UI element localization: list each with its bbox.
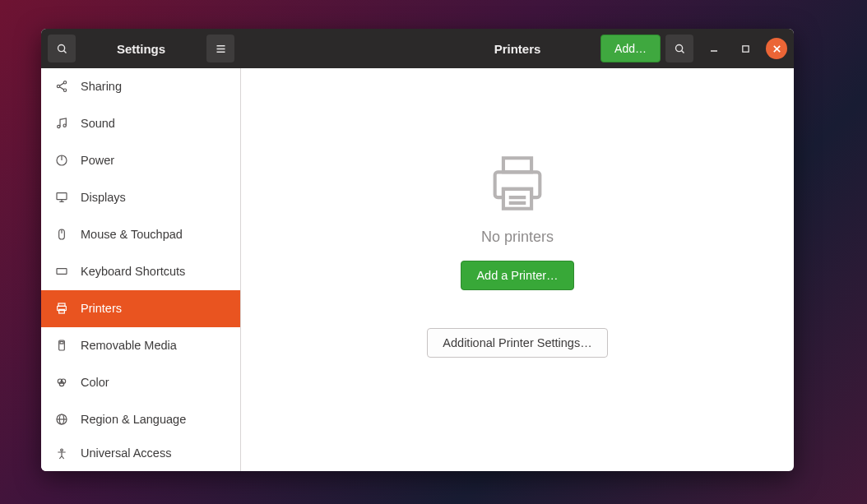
svg-point-12 xyxy=(57,85,59,87)
svg-point-17 xyxy=(63,124,66,127)
settings-window: Settings Printers Add… xyxy=(41,29,794,471)
search-icon xyxy=(56,43,68,55)
svg-point-11 xyxy=(63,81,66,84)
keyboard-icon xyxy=(54,264,69,279)
sidebar-item-label: Sound xyxy=(81,117,115,130)
svg-rect-8 xyxy=(742,45,748,51)
mouse-icon xyxy=(54,227,69,242)
titlebar: Settings Printers Add… xyxy=(41,29,794,68)
svg-point-13 xyxy=(63,89,66,91)
close-button[interactable] xyxy=(766,38,787,59)
hamburger-icon xyxy=(215,43,227,55)
sidebar-item-universal-access[interactable]: Universal Access xyxy=(41,438,240,461)
empty-state: No printers xyxy=(481,150,554,246)
sidebar-item-displays[interactable]: Displays xyxy=(41,179,240,216)
titlebar-actions: Add… xyxy=(600,35,787,62)
add-button[interactable]: Add… xyxy=(600,35,661,62)
globe-icon xyxy=(54,412,69,427)
svg-line-6 xyxy=(681,50,684,53)
sidebar-item-power[interactable]: Power xyxy=(41,142,240,179)
settings-title: Settings xyxy=(81,42,202,56)
content-pane: No printers Add a Printer… Additional Pr… xyxy=(241,68,794,471)
sidebar-item-label: Color xyxy=(81,376,109,389)
maximize-icon xyxy=(741,44,750,53)
sidebar-item-region-language[interactable]: Region & Language xyxy=(41,401,240,438)
color-icon xyxy=(54,375,69,390)
svg-rect-41 xyxy=(503,158,531,172)
sidebar-item-label: Power xyxy=(81,154,114,167)
sidebar-item-label: Displays xyxy=(81,191,126,204)
sidebar-item-label: Region & Language xyxy=(81,413,186,426)
maximize-button[interactable] xyxy=(735,38,756,59)
svg-rect-20 xyxy=(57,193,67,200)
sidebar-item-keyboard[interactable]: Keyboard Shortcuts xyxy=(41,253,240,290)
titlebar-left: Settings xyxy=(41,35,241,62)
sidebar-item-label: Sharing xyxy=(81,80,122,93)
sidebar-item-color[interactable]: Color xyxy=(41,364,240,401)
no-printers-text: No printers xyxy=(481,229,554,246)
sidebar: Sharing Sound Power Displays xyxy=(41,68,241,471)
power-icon xyxy=(54,153,69,168)
additional-printer-settings-button[interactable]: Additional Printer Settings… xyxy=(427,328,607,358)
sidebar-item-label: Universal Access xyxy=(81,446,171,460)
svg-line-14 xyxy=(59,83,63,86)
window-body: Sharing Sound Power Displays xyxy=(41,68,794,471)
svg-point-0 xyxy=(58,44,64,51)
minimize-button[interactable] xyxy=(703,38,725,59)
printer-hero-icon xyxy=(484,150,551,217)
svg-point-5 xyxy=(675,44,682,51)
search-button[interactable] xyxy=(48,35,76,62)
printer-icon xyxy=(54,301,69,316)
minimize-icon xyxy=(709,44,719,53)
search-printers-button[interactable] xyxy=(665,35,693,62)
sidebar-item-printers[interactable]: Printers xyxy=(41,290,240,327)
svg-line-15 xyxy=(59,87,63,90)
share-icon xyxy=(54,79,69,94)
titlebar-right: Printers Add… xyxy=(241,42,794,56)
svg-point-16 xyxy=(58,125,60,127)
svg-rect-25 xyxy=(57,269,67,275)
sidebar-item-mouse[interactable]: Mouse & Touchpad xyxy=(41,216,240,253)
sidebar-item-removable-media[interactable]: Removable Media xyxy=(41,327,240,364)
sidebar-item-sharing[interactable]: Sharing xyxy=(41,68,240,105)
music-icon xyxy=(54,116,69,131)
svg-rect-31 xyxy=(59,309,65,313)
svg-rect-33 xyxy=(60,341,63,344)
display-icon xyxy=(54,190,69,205)
sidebar-item-label: Keyboard Shortcuts xyxy=(81,265,185,278)
media-icon xyxy=(54,338,69,353)
accessibility-icon xyxy=(54,446,69,461)
sidebar-item-label: Removable Media xyxy=(81,339,177,352)
svg-line-1 xyxy=(63,50,66,53)
add-a-printer-button[interactable]: Add a Printer… xyxy=(461,261,573,290)
svg-point-40 xyxy=(61,449,63,451)
close-icon xyxy=(772,44,781,53)
sidebar-item-label: Printers xyxy=(81,302,122,315)
sidebar-item-sound[interactable]: Sound xyxy=(41,105,240,142)
sidebar-item-label: Mouse & Touchpad xyxy=(81,228,183,241)
search-icon xyxy=(674,43,686,55)
hamburger-menu-button[interactable] xyxy=(206,35,234,62)
page-title: Printers xyxy=(494,42,541,56)
